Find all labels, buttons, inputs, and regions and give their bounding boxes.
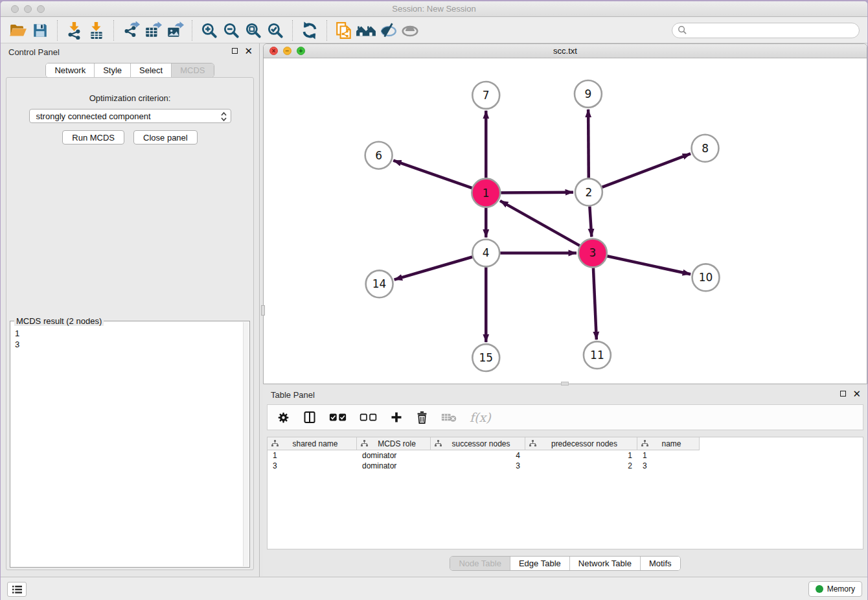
deselect-all-icon[interactable]	[360, 413, 377, 422]
column-header-shared-name[interactable]: shared name	[268, 437, 357, 450]
main-toolbar	[1, 17, 867, 43]
splitter-handle[interactable]	[561, 382, 569, 386]
import-table-icon[interactable]	[86, 20, 108, 41]
column-header-name[interactable]: name	[637, 437, 700, 450]
delete-table-icon[interactable]	[441, 412, 457, 422]
zoom-out-icon[interactable]	[220, 20, 242, 41]
float-panel-icon[interactable]	[232, 48, 238, 54]
toolbar-separator	[326, 20, 327, 41]
table-cell[interactable]: 1	[268, 450, 357, 461]
optimization-criterion-select[interactable]: strongly connected component	[29, 109, 231, 123]
table-header-row: shared nameMCDS rolesuccessor nodesprede…	[268, 437, 863, 450]
tab-edge-table[interactable]: Edge Table	[510, 557, 569, 570]
apply-layout-icon[interactable]	[299, 20, 321, 41]
column-header-successor-nodes[interactable]: successor nodes	[431, 437, 525, 450]
network-window-titlebar[interactable]: × − + scc.txt	[264, 44, 867, 58]
control-panel-title: Control Panel	[8, 47, 60, 57]
table-toolbar: f(x)	[267, 404, 863, 430]
table-cell[interactable]: 1	[525, 450, 637, 461]
table-cell[interactable]: 3	[431, 461, 525, 471]
splitter-handle[interactable]	[261, 305, 265, 316]
tab-mcds[interactable]: MCDS	[171, 63, 213, 77]
table-panel-title: Table Panel	[271, 390, 315, 400]
column-header-predecessor-nodes[interactable]: predecessor nodes	[525, 437, 637, 450]
open-session-icon[interactable]	[7, 20, 29, 41]
table-cell[interactable]: 1	[637, 450, 700, 461]
toolbar-separator	[192, 20, 192, 41]
gear-icon[interactable]	[277, 411, 290, 424]
delete-icon[interactable]	[416, 411, 428, 424]
close-panel-icon[interactable]: ✕	[244, 47, 253, 54]
edge-3-1[interactable]	[500, 201, 580, 246]
edge-2-8[interactable]	[602, 154, 691, 187]
edge-2-3[interactable]	[589, 207, 591, 237]
node-label-14: 14	[372, 277, 387, 290]
tab-style[interactable]: Style	[94, 63, 130, 77]
function-builder-icon[interactable]: f(x)	[470, 410, 491, 424]
search-icon	[678, 25, 687, 35]
node-label-7: 7	[483, 89, 490, 102]
table-cell[interactable]: dominator	[357, 461, 431, 471]
edge-3-10[interactable]	[607, 256, 691, 274]
show-hidden-icon[interactable]	[399, 20, 421, 41]
tab-select[interactable]: Select	[130, 63, 171, 77]
table-cell[interactable]: dominator	[357, 450, 431, 461]
node-label-8: 8	[702, 142, 709, 155]
optimization-criterion-value: strongly connected component	[36, 111, 151, 121]
table-tabs: Node TableEdge TableNetwork TableMotifs	[450, 556, 680, 571]
memory-button[interactable]: Memory	[808, 581, 862, 597]
edge-1-2[interactable]	[501, 192, 573, 193]
control-panel: Control Panel ✕ NetworkStyleSelectMCDS O…	[1, 43, 260, 577]
close-panel-icon[interactable]: ✕	[852, 390, 861, 397]
add-column-icon[interactable]	[390, 411, 403, 424]
close-panel-button[interactable]: Close panel	[133, 130, 198, 144]
toolbar-separator	[57, 20, 58, 41]
zoom-selected-icon[interactable]	[264, 20, 286, 41]
select-all-icon[interactable]	[329, 413, 347, 422]
export-table-icon[interactable]	[142, 20, 164, 41]
edge-3-11[interactable]	[593, 268, 597, 340]
save-session-icon[interactable]	[29, 20, 51, 41]
table-cell[interactable]: 3	[268, 461, 357, 471]
node-label-11: 11	[590, 349, 604, 362]
run-mcds-button[interactable]: Run MCDS	[62, 130, 124, 144]
import-network-icon[interactable]	[63, 20, 86, 41]
show-all-icon[interactable]	[355, 20, 377, 41]
search-input[interactable]	[691, 26, 854, 35]
edge-4-14[interactable]	[394, 257, 473, 280]
mcds-result-text[interactable]: 1 3	[11, 327, 242, 566]
table-cell[interactable]: 4	[431, 450, 525, 461]
export-image-icon[interactable]	[164, 20, 186, 41]
table-cell[interactable]: 2	[525, 461, 637, 471]
search-box[interactable]	[672, 23, 860, 38]
export-network-icon[interactable]	[120, 20, 142, 41]
list-icon	[12, 585, 23, 594]
tab-motifs[interactable]: Motifs	[640, 557, 680, 570]
edge-1-6[interactable]	[393, 161, 472, 188]
node-label-15: 15	[479, 351, 493, 364]
result-scrollbar[interactable]	[243, 322, 249, 566]
hide-selected-icon[interactable]	[377, 20, 399, 41]
tab-network[interactable]: Network	[46, 63, 94, 77]
task-history-button[interactable]	[7, 582, 27, 597]
network-canvas[interactable]: 7968124314101511	[264, 58, 867, 384]
tab-node-table[interactable]: Node Table	[450, 557, 510, 570]
zoom-in-icon[interactable]	[198, 20, 220, 41]
column-header-MCDS-role[interactable]: MCDS role	[357, 437, 431, 450]
node-label-2: 2	[586, 186, 593, 199]
edge-2-9[interactable]	[588, 110, 589, 178]
float-panel-icon[interactable]	[840, 391, 846, 397]
memory-label: Memory	[827, 584, 855, 594]
zoom-fit-icon[interactable]	[242, 20, 264, 41]
toolbar-separator	[292, 20, 293, 41]
split-columns-icon[interactable]	[303, 411, 316, 424]
tab-network-table[interactable]: Network Table	[569, 557, 640, 570]
network-graph[interactable]: 7968124314101511	[264, 58, 867, 384]
table-row[interactable]: 3dominator323	[268, 461, 863, 471]
table-cell[interactable]: 3	[637, 461, 700, 471]
node-label-10: 10	[699, 271, 713, 284]
duplicate-network-icon[interactable]	[333, 20, 355, 41]
node-label-6: 6	[375, 149, 382, 162]
table-row[interactable]: 1dominator411	[268, 450, 863, 461]
node-label-9: 9	[585, 87, 592, 100]
